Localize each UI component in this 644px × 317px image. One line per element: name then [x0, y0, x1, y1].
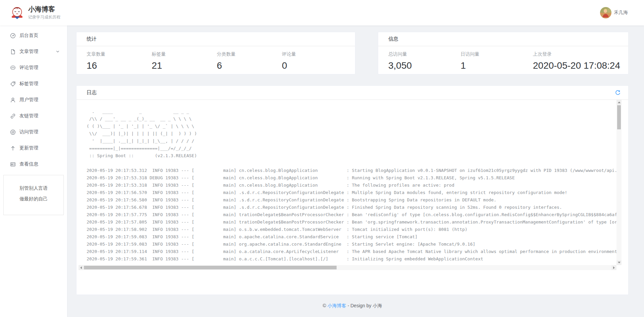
sidebar-item-links[interactable]: 友链管理: [0, 108, 67, 124]
stats-card: 统计 文章数量16标签量21分类数量6评论量0: [76, 32, 355, 74]
app-logo[interactable]: 小海博客 记录学习成长历程: [10, 5, 60, 20]
user-avatar: [600, 7, 611, 18]
stat-value: 1: [461, 60, 533, 71]
user-menu[interactable]: 禾几海: [600, 7, 628, 18]
scroll-right-arrow[interactable]: [611, 265, 616, 270]
chevron-down-icon: [56, 50, 60, 54]
sidebar-item-dashboard[interactable]: 后台首页: [0, 27, 67, 44]
sidebar-item-label: 查看信息: [19, 161, 38, 167]
refresh-icon[interactable]: [615, 90, 621, 96]
stat-item: 分类数量6: [217, 51, 282, 71]
vertical-scroll-thumb[interactable]: [617, 105, 621, 129]
quote-box: 别管别人言语做最好的自己: [3, 175, 64, 215]
stats-card-title: 统计: [87, 36, 97, 42]
link-icon: [10, 113, 16, 119]
sidebar-item-info[interactable]: 查看信息: [0, 156, 67, 172]
sidebar-item-label: 用户管理: [19, 97, 38, 103]
scroll-left-arrow[interactable]: [79, 265, 84, 270]
stat-label: 日访问量: [461, 51, 533, 57]
stat-value: 2020-05-20 17:08:24: [533, 60, 620, 71]
stat-label: 标签量: [152, 51, 217, 57]
info-card-title: 信息: [388, 36, 398, 42]
main-content: 统计 文章数量16标签量21分类数量6评论量0 信息 总访问量3,050日访问量…: [67, 25, 644, 317]
stat-item: 评论量0: [282, 51, 347, 71]
stat-value: 6: [217, 60, 282, 71]
sidebar-item-label: 标签管理: [19, 81, 38, 87]
stat-label: 上次登录: [533, 51, 620, 57]
upload-icon: [10, 145, 16, 151]
sidebar-item-label: 友链管理: [19, 113, 38, 119]
stat-item: 上次登录2020-05-20 17:08:24: [533, 51, 620, 71]
app-subtitle: 记录学习成长历程: [28, 14, 60, 20]
id-card-icon: [10, 162, 16, 167]
stat-item: 日访问量1: [461, 51, 533, 71]
stat-label: 总访问量: [388, 51, 461, 57]
blog-mascot-icon: [10, 6, 24, 20]
user-icon: [10, 97, 16, 103]
stat-item: 文章数量16: [87, 51, 152, 71]
info-card: 信息 总访问量3,050日访问量1上次登录2020-05-20 17:08:24: [378, 32, 629, 74]
quote-line: 别管别人言语: [6, 185, 61, 191]
sidebar-item-label: 文章管理: [19, 49, 38, 55]
sidebar-item-label: 更新管理: [19, 145, 38, 151]
article-icon: [10, 49, 16, 55]
info-card-body: 总访问量3,050日访问量1上次登录2020-05-20 17:08:24: [378, 46, 628, 71]
horizontal-scroll-thumb[interactable]: [84, 266, 337, 269]
log-output: . ____ _ __ _ _ /\\ / ___'_ __ _ _(_)_ _…: [79, 101, 616, 265]
horizontal-scrollbar[interactable]: [79, 265, 616, 270]
footer: © 小海博客 - Design by 小海: [76, 303, 629, 309]
copyright-suffix: - Design by 小海: [346, 303, 382, 308]
sidebar-menu: 后台首页文章管理评论管理标签管理用户管理友链管理访问管理更新管理查看信息: [0, 27, 67, 172]
quote-line: 做最好的自己: [6, 195, 61, 202]
scroll-up-arrow[interactable]: [616, 100, 622, 105]
stat-value: 21: [152, 60, 217, 71]
user-name: 禾几海: [614, 10, 628, 16]
sidebar-item-label: 访问管理: [19, 129, 38, 135]
sidebar-item-articles[interactable]: 文章管理: [0, 44, 67, 60]
stat-value: 16: [87, 60, 152, 71]
comment-icon: [10, 65, 16, 71]
stat-value: 0: [282, 60, 347, 71]
stat-label: 分类数量: [217, 51, 282, 57]
app-title: 小海博客: [28, 5, 60, 13]
stat-item: 总访问量3,050: [388, 51, 461, 71]
sidebar-item-label: 评论管理: [19, 65, 38, 71]
sidebar-item-tags[interactable]: 标签管理: [0, 76, 67, 92]
scroll-down-arrow[interactable]: [616, 260, 622, 265]
sidebar-item-comments[interactable]: 评论管理: [0, 60, 67, 76]
stat-label: 评论量: [282, 51, 347, 57]
vertical-scrollbar[interactable]: [616, 100, 622, 265]
sidebar-item-users[interactable]: 用户管理: [0, 92, 67, 108]
dashboard-icon: [10, 33, 16, 39]
tag-icon: [10, 81, 16, 87]
sidebar-item-visits[interactable]: 访问管理: [0, 124, 67, 140]
app-header: 小海博客 记录学习成长历程 禾几海: [0, 0, 644, 25]
copyright-prefix: ©: [323, 303, 328, 308]
log-card: 日志 . ____ _ __ _ _ /\\ / ___'_ __ _ _(_)…: [76, 85, 629, 295]
log-card-title: 日志: [87, 89, 97, 96]
sidebar-item-label: 后台首页: [19, 33, 38, 39]
stat-value: 3,050: [388, 60, 461, 71]
log-viewport: . ____ _ __ _ _ /\\ / ___'_ __ _ _(_)_ _…: [79, 100, 622, 270]
footer-site-link[interactable]: 小海博客: [328, 303, 346, 308]
stats-card-body: 文章数量16标签量21分类数量6评论量0: [77, 46, 355, 71]
stat-item: 标签量21: [152, 51, 217, 71]
sidebar: 后台首页文章管理评论管理标签管理用户管理友链管理访问管理更新管理查看信息 别管别…: [0, 25, 67, 317]
visit-icon: [10, 129, 16, 135]
sidebar-item-updates[interactable]: 更新管理: [0, 140, 67, 156]
stat-label: 文章数量: [87, 51, 152, 57]
